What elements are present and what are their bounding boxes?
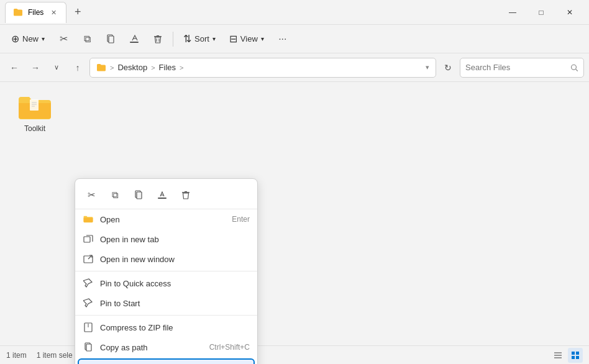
svg-rect-43 — [576, 352, 579, 355]
tab-close-button[interactable]: ✕ — [48, 7, 58, 17]
breadcrumb-sep-0: > — [110, 64, 114, 71]
forward-button[interactable]: → — [26, 58, 45, 77]
ctx-delete-button[interactable] — [176, 185, 196, 205]
svg-rect-44 — [572, 356, 575, 359]
svg-rect-9 — [30, 99, 39, 111]
folder-toolkit[interactable]: Toolkit — [10, 92, 60, 135]
ctx-pin-start-icon — [83, 298, 94, 309]
svg-rect-15 — [158, 198, 167, 199]
new-label: New — [22, 34, 39, 43]
minimize-button[interactable]: — — [498, 2, 527, 22]
address-bar: ← → ∨ ↑ > Desktop > Files > ▾ ↻ — [0, 53, 589, 82]
paste-button[interactable] — [99, 28, 122, 50]
folder-label: Toolkit — [24, 124, 45, 133]
ctx-pin-start-label: Pin to Start — [100, 299, 250, 308]
rename-icon — [129, 34, 139, 44]
svg-rect-19 — [84, 256, 93, 263]
ctx-pin-quick[interactable]: Pin to Quick access — [75, 273, 257, 293]
main-content: Toolkit ✂ ⧉ — [0, 82, 589, 345]
tab-label: Files — [28, 8, 43, 17]
ctx-pin-quick-icon — [83, 278, 94, 289]
files-tab[interactable]: Files ✕ — [5, 2, 66, 23]
ctx-open-new-tab[interactable]: Open in new tab — [75, 229, 257, 249]
search-box[interactable] — [460, 58, 584, 78]
item-count: 1 item — [6, 351, 27, 360]
breadcrumb-files[interactable]: Files — [159, 63, 176, 72]
view-chevron-icon: ▾ — [261, 35, 264, 42]
svg-rect-1 — [109, 36, 114, 43]
cut-button[interactable]: ✂ — [52, 28, 75, 50]
ctx-paste-button[interactable] — [129, 185, 148, 205]
svg-rect-14 — [137, 192, 142, 199]
ctx-open-new-tab-label: Open in new tab — [100, 235, 250, 244]
down-button[interactable]: ∨ — [47, 58, 66, 77]
view-button[interactable]: ⊟ View ▾ — [223, 30, 270, 48]
svg-rect-18 — [84, 237, 90, 242]
ctx-divider-1 — [75, 271, 257, 271]
refresh-button[interactable]: ↻ — [439, 58, 457, 77]
folder-tab-icon — [13, 7, 23, 17]
folder-address-icon — [96, 63, 106, 73]
svg-line-8 — [576, 69, 578, 71]
address-dropdown-icon[interactable]: ▾ — [426, 63, 429, 71]
ctx-cut-button[interactable]: ✂ — [81, 185, 101, 205]
close-button[interactable]: ✕ — [555, 2, 584, 22]
sort-chevron-icon: ▾ — [212, 35, 216, 42]
folder-icon — [17, 94, 52, 122]
ctx-compress-label: Compress to ZIP file — [100, 323, 250, 332]
toolbar-separator-1 — [173, 32, 173, 47]
ctx-divider-2 — [75, 315, 257, 316]
context-toolbar: ✂ ⧉ — [75, 181, 257, 209]
ctx-open-icon — [83, 214, 94, 225]
ctx-compress-icon — [83, 322, 94, 333]
back-button[interactable]: ← — [5, 58, 24, 77]
maximize-button[interactable]: □ — [527, 2, 555, 22]
ctx-open-new-window[interactable]: Open in new window — [75, 249, 257, 269]
more-button[interactable]: ··· — [272, 28, 294, 50]
breadcrumb-desktop[interactable]: Desktop — [117, 63, 147, 72]
breadcrumb-sep-2: > — [180, 64, 183, 71]
svg-rect-2 — [130, 42, 139, 43]
ctx-pin-quick-label: Pin to Quick access — [100, 279, 250, 288]
ctx-pin-start[interactable]: Pin to Start — [75, 293, 257, 313]
tiles-view-button[interactable] — [568, 348, 583, 363]
up-button[interactable]: ↑ — [68, 58, 87, 77]
ctx-open[interactable]: Open Enter — [75, 209, 257, 229]
new-tab-button[interactable]: + — [69, 4, 86, 21]
new-chevron-icon: ▾ — [42, 35, 45, 42]
new-button[interactable]: ⊕ New ▾ — [5, 30, 51, 48]
svg-rect-45 — [576, 356, 579, 359]
address-input[interactable]: > Desktop > Files > ▾ — [89, 58, 436, 78]
delete-button[interactable] — [147, 28, 169, 50]
search-input[interactable] — [465, 63, 567, 72]
more-icon: ··· — [278, 34, 286, 45]
ctx-copy-button[interactable]: ⧉ — [105, 185, 125, 205]
svg-rect-4 — [154, 36, 162, 37]
tab-area: Files ✕ + — [5, 2, 498, 23]
ctx-copy-path[interactable]: Copy as path Ctrl+Shift+C — [75, 337, 257, 357]
ctx-rename-button[interactable] — [152, 185, 172, 205]
window-controls: — □ ✕ — [498, 2, 584, 22]
context-menu: ✂ ⧉ Open Enter — [75, 178, 258, 364]
sort-icon: ⇅ — [183, 33, 191, 45]
view-toggles — [550, 348, 583, 363]
search-icon — [570, 63, 578, 72]
view-label: View — [240, 34, 258, 43]
breadcrumb-sep-1: > — [151, 64, 155, 71]
ctx-open-new-window-label: Open in new window — [100, 255, 250, 264]
rename-button[interactable] — [123, 28, 145, 50]
new-icon: ⊕ — [11, 33, 19, 45]
ctx-compress[interactable]: Compress to ZIP file — [75, 317, 257, 337]
sort-button[interactable]: ⇅ Sort ▾ — [177, 30, 222, 48]
ctx-properties[interactable]: Properties Alt+Enter — [78, 358, 255, 364]
paste-icon — [106, 34, 116, 44]
copy-button[interactable]: ⧉ — [76, 28, 98, 50]
details-view-button[interactable] — [550, 348, 565, 363]
ctx-new-tab-icon — [83, 234, 94, 245]
sort-label: Sort — [194, 34, 209, 43]
toolbar: ⊕ New ▾ ✂ ⧉ ⇅ Sort ▾ ⊟ View ▾ — [0, 25, 589, 53]
ctx-new-window-icon — [83, 253, 94, 265]
title-bar: Files ✕ + — □ ✕ — [0, 0, 589, 25]
ctx-copy-path-label: Copy as path — [100, 343, 203, 352]
delete-icon — [153, 34, 163, 44]
